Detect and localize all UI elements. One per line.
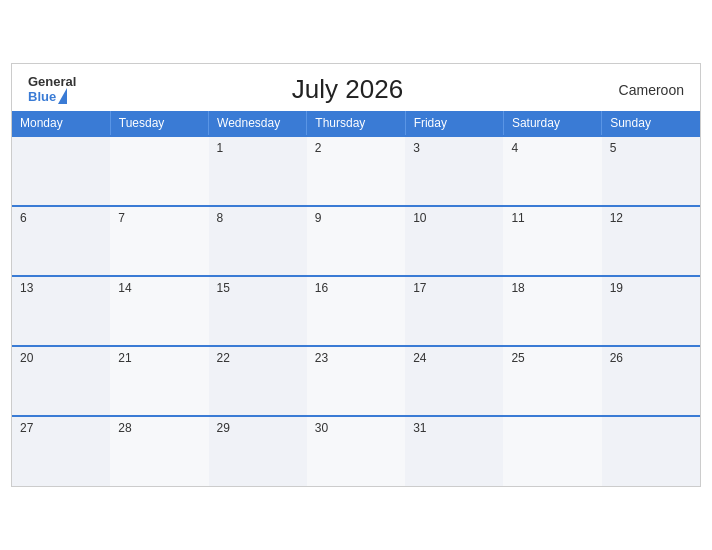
month-title: July 2026 — [292, 74, 403, 105]
calendar-week-row: 20212223242526 — [12, 346, 700, 416]
calendar-day-cell: 15 — [209, 276, 307, 346]
day-number: 30 — [315, 421, 328, 435]
calendar-day-cell — [12, 136, 110, 206]
calendar-day-cell: 29 — [209, 416, 307, 486]
calendar-body: 1234567891011121314151617181920212223242… — [12, 136, 700, 486]
calendar-day-cell: 3 — [405, 136, 503, 206]
calendar-day-cell — [602, 416, 700, 486]
logo: General Blue — [28, 75, 76, 104]
day-number: 5 — [610, 141, 617, 155]
day-number: 20 — [20, 351, 33, 365]
calendar-day-cell: 10 — [405, 206, 503, 276]
day-number: 19 — [610, 281, 623, 295]
calendar-day-cell: 7 — [110, 206, 208, 276]
calendar-day-cell: 30 — [307, 416, 405, 486]
weekday-header-row: Monday Tuesday Wednesday Thursday Friday… — [12, 111, 700, 136]
day-number: 11 — [511, 211, 524, 225]
day-number: 6 — [20, 211, 27, 225]
calendar-day-cell: 6 — [12, 206, 110, 276]
calendar-day-cell: 18 — [503, 276, 601, 346]
calendar-week-row: 6789101112 — [12, 206, 700, 276]
day-number: 10 — [413, 211, 426, 225]
day-number: 21 — [118, 351, 131, 365]
calendar-day-cell: 5 — [602, 136, 700, 206]
calendar-week-row: 13141516171819 — [12, 276, 700, 346]
logo-general: General — [28, 75, 76, 89]
header-sunday: Sunday — [602, 111, 700, 136]
calendar-grid: Monday Tuesday Wednesday Thursday Friday… — [12, 111, 700, 486]
calendar-day-cell: 16 — [307, 276, 405, 346]
day-number: 17 — [413, 281, 426, 295]
day-number: 8 — [217, 211, 224, 225]
calendar-day-cell: 26 — [602, 346, 700, 416]
day-number: 23 — [315, 351, 328, 365]
day-number: 2 — [315, 141, 322, 155]
calendar-day-cell: 13 — [12, 276, 110, 346]
day-number: 24 — [413, 351, 426, 365]
calendar-day-cell: 28 — [110, 416, 208, 486]
calendar-day-cell: 4 — [503, 136, 601, 206]
day-number: 4 — [511, 141, 518, 155]
day-number: 16 — [315, 281, 328, 295]
day-number: 18 — [511, 281, 524, 295]
day-number: 14 — [118, 281, 131, 295]
calendar-day-cell: 11 — [503, 206, 601, 276]
calendar-day-cell: 19 — [602, 276, 700, 346]
calendar-day-cell: 31 — [405, 416, 503, 486]
calendar-day-cell — [503, 416, 601, 486]
calendar-day-cell: 17 — [405, 276, 503, 346]
logo-triangle-icon — [58, 88, 67, 104]
day-number: 22 — [217, 351, 230, 365]
day-number: 9 — [315, 211, 322, 225]
calendar-day-cell: 8 — [209, 206, 307, 276]
day-number: 7 — [118, 211, 125, 225]
calendar-day-cell: 24 — [405, 346, 503, 416]
day-number: 27 — [20, 421, 33, 435]
calendar-day-cell: 20 — [12, 346, 110, 416]
header-saturday: Saturday — [503, 111, 601, 136]
calendar-day-cell: 12 — [602, 206, 700, 276]
calendar-day-cell: 25 — [503, 346, 601, 416]
day-number: 13 — [20, 281, 33, 295]
day-number: 28 — [118, 421, 131, 435]
calendar-week-row: 2728293031 — [12, 416, 700, 486]
day-number: 31 — [413, 421, 426, 435]
country-label: Cameroon — [619, 82, 684, 98]
calendar-header: General Blue July 2026 Cameroon — [12, 64, 700, 111]
calendar-day-cell: 9 — [307, 206, 405, 276]
calendar-day-cell: 22 — [209, 346, 307, 416]
header-friday: Friday — [405, 111, 503, 136]
header-monday: Monday — [12, 111, 110, 136]
calendar-day-cell: 21 — [110, 346, 208, 416]
day-number: 26 — [610, 351, 623, 365]
calendar-day-cell: 1 — [209, 136, 307, 206]
day-number: 29 — [217, 421, 230, 435]
calendar-day-cell — [110, 136, 208, 206]
header-thursday: Thursday — [307, 111, 405, 136]
logo-blue: Blue — [28, 90, 56, 104]
header-wednesday: Wednesday — [209, 111, 307, 136]
calendar-day-cell: 14 — [110, 276, 208, 346]
day-number: 1 — [217, 141, 224, 155]
day-number: 25 — [511, 351, 524, 365]
calendar-week-row: 12345 — [12, 136, 700, 206]
calendar-container: General Blue July 2026 Cameroon Monday T… — [11, 63, 701, 487]
day-number: 3 — [413, 141, 420, 155]
header-tuesday: Tuesday — [110, 111, 208, 136]
calendar-day-cell: 23 — [307, 346, 405, 416]
day-number: 15 — [217, 281, 230, 295]
calendar-day-cell: 27 — [12, 416, 110, 486]
day-number: 12 — [610, 211, 623, 225]
calendar-day-cell: 2 — [307, 136, 405, 206]
